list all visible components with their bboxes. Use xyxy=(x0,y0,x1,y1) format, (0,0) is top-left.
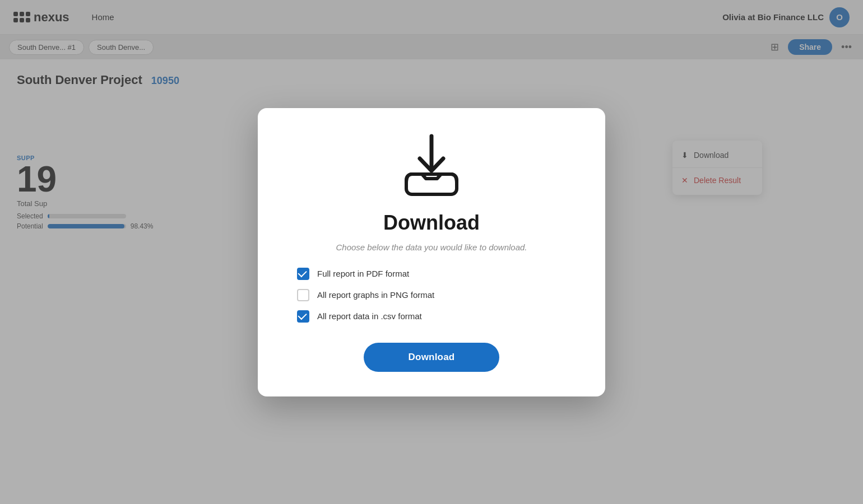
checkbox-png-label: All report graphs in PNG format xyxy=(317,290,434,300)
download-modal-icon xyxy=(395,130,468,200)
checkbox-csv[interactable] xyxy=(297,310,309,323)
checkbox-row-csv[interactable]: All report data in .csv format xyxy=(297,310,577,323)
modal-overlay: Download Choose below the data you would… xyxy=(0,0,863,504)
checkbox-png[interactable] xyxy=(297,289,309,301)
modal-title: Download xyxy=(383,211,480,235)
checkbox-pdf-label: Full report in PDF format xyxy=(317,269,409,278)
checkbox-group: Full report in PDF format All report gra… xyxy=(286,268,577,323)
checkbox-row-pdf[interactable]: Full report in PDF format xyxy=(297,268,577,280)
modal-subtitle: Choose below the data you would like to … xyxy=(336,242,527,252)
checkbox-row-png[interactable]: All report graphs in PNG format xyxy=(297,289,577,301)
download-button[interactable]: Download xyxy=(364,343,500,372)
checkbox-csv-label: All report data in .csv format xyxy=(317,311,422,321)
download-modal: Download Choose below the data you would… xyxy=(258,108,605,396)
checkbox-pdf[interactable] xyxy=(297,268,309,280)
